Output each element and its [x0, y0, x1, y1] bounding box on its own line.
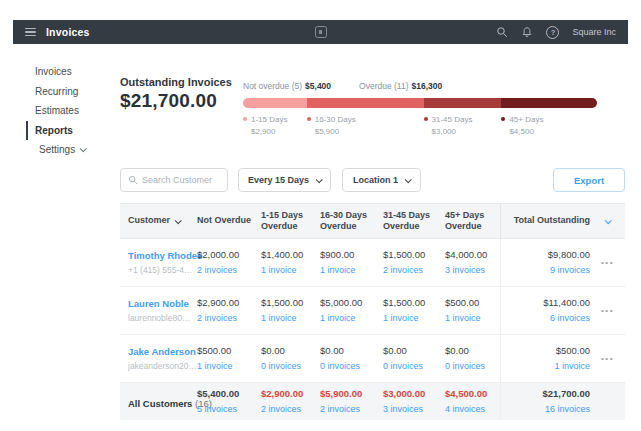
header-total-outstanding: Total Outstanding: [500, 204, 590, 238]
amount: $0.00: [383, 344, 445, 358]
export-button[interactable]: Export: [553, 168, 625, 192]
customer-contact: jakeanderson2003@...: [128, 360, 197, 373]
16-30-days-cell: $900.001 invoice: [320, 248, 383, 278]
31-45-days-cell: $1,500.001 invoice: [383, 296, 445, 326]
period-dropdown[interactable]: Every 15 Days: [238, 168, 331, 192]
invoice-count-link[interactable]: 0 invoices: [445, 360, 500, 374]
amount: $0.00: [320, 344, 383, 358]
invoice-count-link[interactable]: 2 invoices: [383, 264, 445, 278]
legend-value: $3,000: [424, 126, 473, 138]
sidebar-item-invoices[interactable]: Invoices: [26, 62, 85, 82]
1-15-days-cell: $1,500.001 invoice: [261, 296, 320, 326]
help-icon[interactable]: ?: [546, 26, 559, 39]
overflow-menu-icon[interactable]: [601, 306, 614, 315]
invoice-count-link[interactable]: 0 invoices: [261, 360, 320, 374]
invoice-count-link[interactable]: 1 invoice: [320, 264, 383, 278]
app-window: Invoices ? Square Inc Invoices Recurring…: [0, 0, 641, 431]
invoice-count-link[interactable]: 6 invoices: [501, 312, 590, 326]
header-not-overdue: Not Overdue: [197, 204, 261, 238]
invoice-count-link[interactable]: 1 invoice: [261, 312, 320, 326]
customer-link[interactable]: Lauren Noble: [128, 297, 197, 311]
total-cell: $21,700.0016 invoices: [500, 383, 590, 420]
invoice-count-link[interactable]: 1 invoice: [445, 312, 500, 326]
table-row: Lauren Noble laurennoble80@gm... $2,900.…: [120, 287, 625, 335]
topbar: Invoices ? Square Inc: [13, 20, 628, 44]
sidebar-item-label: Reports: [35, 125, 73, 136]
invoice-count-link[interactable]: 2 invoices: [197, 264, 261, 278]
invoice-count-link[interactable]: 2 invoices: [320, 403, 383, 417]
search-icon[interactable]: [496, 26, 508, 38]
table-header-row: Customer Not Overdue 1-15 Days Overdue 1…: [120, 203, 625, 239]
header-label: Total Outstanding: [514, 215, 590, 226]
sidebar-item-recurring[interactable]: Recurring: [26, 82, 85, 102]
legend-label: 1-15 Days: [251, 115, 287, 124]
overdue-stat: Overdue (11)$16,300: [359, 81, 442, 91]
search-input[interactable]: [138, 175, 227, 185]
square-logo-icon[interactable]: [315, 26, 327, 38]
question-mark-glyph: ?: [546, 26, 559, 39]
header-1-15-days: 1-15 Days Overdue: [261, 204, 320, 238]
amount: $11,400.00: [501, 296, 590, 310]
sidebar-item-reports[interactable]: Reports: [26, 121, 85, 141]
invoice-count-link[interactable]: 1 invoice: [383, 312, 445, 326]
all-customers-summary-row: All Customers (16) $5,400.005 invoices $…: [120, 383, 625, 420]
invoice-count-link[interactable]: 4 invoices: [445, 403, 500, 417]
amount: $3,000.00: [383, 387, 445, 401]
invoice-count-link[interactable]: 16 invoices: [501, 403, 590, 417]
invoice-count-link[interactable]: 5 invoices: [197, 403, 261, 417]
merchant-name[interactable]: Square Inc: [572, 27, 616, 37]
sidebar-item-label: Recurring: [35, 86, 78, 97]
invoice-count-link[interactable]: 1 invoice: [501, 360, 590, 374]
amount: $5,000.00: [320, 296, 383, 310]
invoice-count-link[interactable]: 1 invoice: [261, 264, 320, 278]
invoice-count-link[interactable]: 1 invoice: [320, 312, 383, 326]
notifications-bell-icon[interactable]: [521, 26, 533, 38]
sidebar-item-estimates[interactable]: Estimates: [26, 101, 85, 121]
location-dropdown-value: Location 1: [353, 175, 398, 185]
amount: $1,400.00: [261, 248, 320, 262]
16-30-days-cell: $5,000.001 invoice: [320, 296, 383, 326]
header-label: 16-30 Days Overdue: [320, 210, 383, 233]
invoice-count-link[interactable]: 0 invoices: [383, 360, 445, 374]
31-45-days-cell: $3,000.003 invoices: [383, 387, 445, 417]
filter-bar: Every 15 Days Location 1 Export: [120, 168, 625, 193]
amount: $2,000.00: [197, 248, 261, 262]
overflow-menu-icon[interactable]: [601, 354, 614, 363]
legend-dot-icon: [424, 117, 428, 121]
customer-search[interactable]: [120, 168, 228, 192]
31-45-days-cell: $1,500.002 invoices: [383, 248, 445, 278]
amount: $500.00: [445, 296, 500, 310]
invoice-count-link[interactable]: 3 invoices: [383, 403, 445, 417]
header-label: 31-45 Days Overdue: [383, 210, 445, 233]
location-dropdown[interactable]: Location 1: [342, 168, 421, 192]
sort-indicator[interactable]: [590, 204, 625, 238]
chevron-down-icon: [405, 176, 412, 183]
row-actions: [590, 335, 625, 382]
square-logo-inner: [319, 30, 323, 34]
invoice-count-link[interactable]: 9 invoices: [501, 264, 590, 278]
menu-icon[interactable]: [25, 28, 36, 37]
amount: $500.00: [197, 344, 261, 358]
customer-link[interactable]: Timothy Rhodes: [128, 249, 197, 263]
header-customer[interactable]: Customer: [120, 204, 197, 238]
sidebar-item-settings[interactable]: Settings: [26, 140, 85, 160]
total-cell: $500.001 invoice: [500, 335, 590, 382]
sidebar-nav: Invoices Recurring Estimates Reports Set…: [26, 62, 85, 160]
invoice-count-link[interactable]: 3 invoices: [445, 264, 500, 278]
amount: $0.00: [445, 344, 500, 358]
overflow-menu-icon[interactable]: [601, 258, 614, 267]
customer-link[interactable]: Jake Anderson: [128, 345, 197, 359]
invoice-count-link[interactable]: 2 invoices: [261, 403, 320, 417]
invoice-count-link[interactable]: 1 invoice: [197, 360, 261, 374]
chevron-down-icon: [80, 146, 87, 153]
invoice-count-link[interactable]: 0 invoices: [320, 360, 383, 374]
sidebar-item-label: Estimates: [35, 105, 79, 116]
not-overdue-cell: $5,400.005 invoices: [197, 387, 261, 417]
not-overdue-cell: $2,900.002 invoices: [197, 296, 261, 326]
invoice-count-link[interactable]: 2 invoices: [197, 312, 261, 326]
header-label: 1-15 Days Overdue: [261, 210, 320, 233]
amount: $1,500.00: [383, 296, 445, 310]
amount: $9,800.00: [501, 248, 590, 262]
not-overdue-cell: $2,000.002 invoices: [197, 248, 261, 278]
header-label: Not Overdue: [197, 215, 251, 226]
